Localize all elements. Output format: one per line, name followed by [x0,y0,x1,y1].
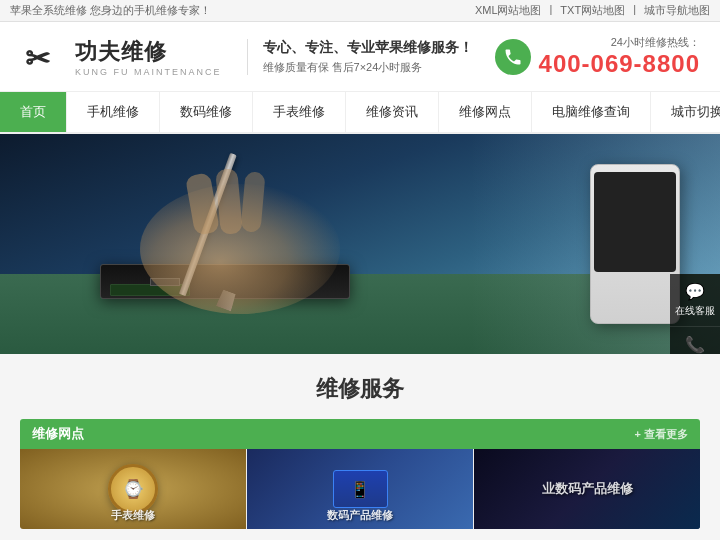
repair-section-title: 维修网点 [32,425,84,443]
nav-phone-repair[interactable]: 手机维修 [67,92,160,132]
hotline-number: 400-069-8800 [539,50,700,78]
top-bar-text: 苹果全系统维修 您身边的手机维修专家！ [10,3,211,18]
logo-area: ✂ 功夫维修 KUNG FU MAINTENANCE 专心、专注、专业苹果维修服… [20,34,473,79]
nav-repair-news[interactable]: 维修资讯 [346,92,439,132]
main-nav: 首页 手机维修 数码维修 手表维修 维修资讯 维修网点 电脑维修查询 城市切换 [0,92,720,134]
hotline-label: 24小时维修热线： [539,35,700,50]
nav-repair-points[interactable]: 维修网点 [439,92,532,132]
logo-icon: ✂ [20,34,65,79]
card-digital[interactable]: 📱 数码产品维修 [247,449,474,529]
logo-text-block: 功夫维修 KUNG FU MAINTENANCE [75,37,222,77]
separator-1: | [550,3,553,18]
site-header: ✂ 功夫维修 KUNG FU MAINTENANCE 专心、专注、专业苹果维修服… [0,22,720,92]
section-title: 维修服务 [20,374,700,404]
hotline-area: 24小时维修热线： 400-069-8800 [495,35,700,78]
top-bar-links: XML网站地图 | TXT网站地图 | 城市导航地图 [475,3,710,18]
card-business-digital[interactable]: 业数码产品维修 [474,449,700,529]
logo-subtitle: KUNG FU MAINTENANCE [75,67,222,77]
slogan-main: 专心、专注、专业苹果维修服务！ [263,39,473,57]
city-map-link[interactable]: 城市导航地图 [644,3,710,18]
card-watch[interactable]: ⌚ 手表维修 [20,449,247,529]
top-bar: 苹果全系统维修 您身边的手机维修专家！ XML网站地图 | TXT网站地图 | … [0,0,720,22]
chat-icon: 💬 [674,282,716,301]
logo-description: 专心、专注、专业苹果维修服务！ 维修质量有保 售后7×24小时服务 [247,39,473,75]
repair-points-section: 维修网点 + 查看更多 ⌚ 手表维修 📱 数码产品维修 [20,419,700,529]
view-more-btn[interactable]: + 查看更多 [635,427,688,442]
svg-text:✂: ✂ [25,42,51,75]
card-business-label: 业数码产品维修 [542,480,633,498]
hero-bg [0,134,720,354]
logo-name: 功夫维修 [75,37,222,67]
sidebar-float: 💬 在线客服 📞 服务热线 📱 微信咨询 ↑ 返回顶部 [670,274,720,354]
card-digital-bg: 📱 数码产品维修 [247,449,473,529]
cards-row: ⌚ 手表维修 📱 数码产品维修 业数码产品维修 [20,449,700,529]
hero-banner: 💬 在线客服 📞 服务热线 📱 微信咨询 ↑ 返回顶部 [0,134,720,354]
card-digital-label: 数码产品维修 [327,508,393,523]
card-watch-bg: ⌚ 手表维修 [20,449,246,529]
nav-digital-repair[interactable]: 数码维修 [160,92,253,132]
slogan-sub: 维修质量有保 售后7×24小时服务 [263,60,473,75]
service-hotline-btn[interactable]: 📞 服务热线 [670,327,720,354]
online-service-btn[interactable]: 💬 在线客服 [670,274,720,327]
txt-sitemap-link[interactable]: TXT网站地图 [560,3,625,18]
phone-icon [495,39,531,75]
nav-computer-repair[interactable]: 电脑维修查询 [532,92,651,132]
online-service-label: 在线客服 [674,304,716,318]
card-watch-label: 手表维修 [111,508,155,523]
repair-section-header: 维修网点 + 查看更多 [20,419,700,449]
main-content: 维修服务 维修网点 + 查看更多 ⌚ 手表维修 📱 数码 [0,354,720,540]
nav-home[interactable]: 首页 [0,92,67,132]
nav-city-switch[interactable]: 城市切换 [651,92,720,132]
xml-sitemap-link[interactable]: XML网站地图 [475,3,542,18]
card-business-bg: 业数码产品维修 [474,449,700,529]
hotline-info: 24小时维修热线： 400-069-8800 [539,35,700,78]
nav-watch-repair[interactable]: 手表维修 [253,92,346,132]
phone-float-icon: 📞 [674,335,716,354]
separator-2: | [633,3,636,18]
